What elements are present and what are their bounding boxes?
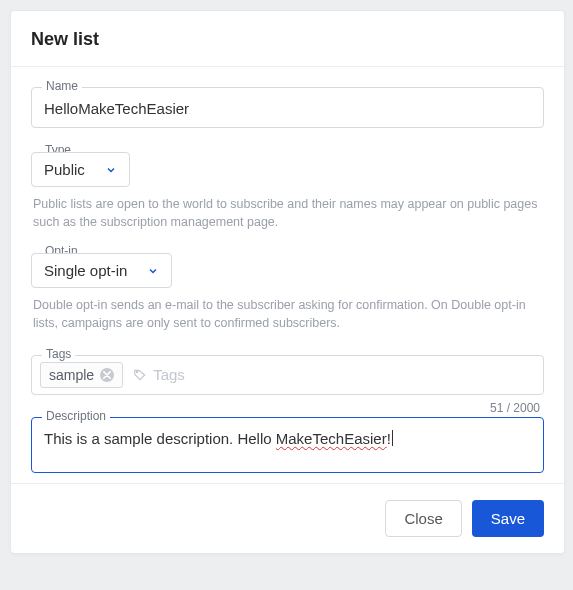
close-button[interactable]: Close <box>385 500 461 537</box>
tags-label: Tags <box>42 347 75 361</box>
optin-select[interactable]: Single opt-in <box>31 253 172 288</box>
description-field-wrap: 51 / 2000 Description This is a sample d… <box>31 417 544 473</box>
save-button[interactable]: Save <box>472 500 544 537</box>
name-field[interactable]: Name <box>31 87 544 128</box>
dialog-header: New list <box>11 11 564 67</box>
description-label: Description <box>42 409 110 423</box>
tag-remove-icon[interactable] <box>100 368 114 382</box>
dialog-body: Name Type Public Public lists are open t… <box>11 67 564 483</box>
type-select[interactable]: Public <box>31 152 130 187</box>
text-caret <box>392 430 393 446</box>
tag-text: sample <box>49 367 94 383</box>
chevron-down-icon <box>105 164 117 176</box>
optin-value: Single opt-in <box>44 262 147 279</box>
tag-icon <box>133 368 147 382</box>
type-help: Public lists are open to the world to su… <box>33 195 542 231</box>
tags-field[interactable]: Tags sample Tags <box>31 355 544 395</box>
tag-chip: sample <box>40 362 123 388</box>
description-charcount: 51 / 2000 <box>490 401 540 415</box>
type-value: Public <box>44 161 105 178</box>
dialog-footer: Close Save <box>11 483 564 553</box>
dialog-title: New list <box>31 29 544 50</box>
name-label: Name <box>42 79 82 93</box>
name-input[interactable] <box>44 98 531 119</box>
description-field[interactable]: Description This is a sample description… <box>31 417 544 473</box>
new-list-dialog: New list Name Type Public Public lists a… <box>10 10 565 554</box>
tags-placeholder: Tags <box>133 366 185 383</box>
optin-field-wrap: Opt-in Single opt-in <box>31 253 544 288</box>
name-field-wrap: Name <box>31 87 544 128</box>
description-text[interactable]: This is a sample description. Hello Make… <box>44 428 531 449</box>
type-field-wrap: Type Public <box>31 152 544 187</box>
optin-help: Double opt-in sends an e-mail to the sub… <box>33 296 542 332</box>
svg-point-0 <box>137 371 138 372</box>
chevron-down-icon <box>147 265 159 277</box>
